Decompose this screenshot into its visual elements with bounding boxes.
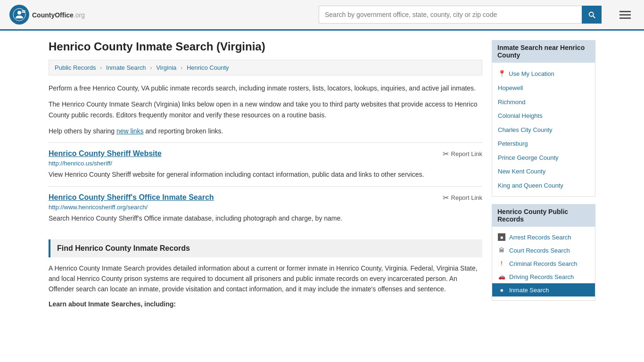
search-input[interactable] bbox=[319, 6, 582, 24]
result-header-2: Henrico County Sheriff's Office Inmate S… bbox=[49, 193, 482, 202]
driving-icon: 🚗 bbox=[498, 273, 505, 280]
driving-records-link[interactable]: 🚗 Driving Records Search bbox=[492, 270, 595, 283]
description-1: Perform a free Henrico County, VA public… bbox=[49, 83, 482, 93]
result-item-2: Henrico County Sheriff's Office Inmate S… bbox=[49, 186, 482, 230]
report-label-1: Report Link bbox=[451, 150, 482, 157]
result-url-2[interactable]: http://www.henricosheriff.org/search/ bbox=[49, 204, 482, 211]
search-button[interactable] bbox=[582, 6, 602, 24]
driving-records-label: Driving Records Search bbox=[509, 273, 574, 280]
menu-button[interactable] bbox=[616, 7, 635, 23]
learn-heading: Learn about Inmate Searches, including: bbox=[49, 300, 482, 308]
sidebar-link-petersburg[interactable]: Petersburg bbox=[492, 137, 595, 151]
find-text: A Henrico County Inmate Search provides … bbox=[49, 263, 482, 295]
desc3-suffix: and reporting broken links. bbox=[144, 127, 223, 135]
page-title: Henrico County Inmate Search (Virginia) bbox=[49, 40, 482, 53]
sidebar-link-charles-city[interactable]: Charles City County bbox=[492, 123, 595, 137]
find-section-heading: Find Henrico County Inmate Records bbox=[49, 239, 482, 257]
breadcrumb-sep-1: › bbox=[100, 64, 102, 71]
report-link-2[interactable]: ✂ Report Link bbox=[443, 193, 482, 202]
desc3-prefix: Help others by sharing bbox=[49, 127, 116, 135]
sidebar-link-richmond[interactable]: Richmond bbox=[492, 95, 595, 109]
header: CountyOffice.org bbox=[0, 0, 644, 31]
main-container: Henrico County Inmate Search (Virginia) … bbox=[39, 31, 605, 318]
criminal-records-label: Criminal Records Search bbox=[509, 260, 578, 267]
report-icon-1: ✂ bbox=[443, 149, 449, 158]
result-header-1: Henrico County Sheriff Website ✂ Report … bbox=[49, 149, 482, 158]
sidebar-link-prince-george[interactable]: Prince George County bbox=[492, 151, 595, 165]
arrest-icon: ■ bbox=[498, 233, 505, 241]
breadcrumb-virginia[interactable]: Virginia bbox=[156, 64, 176, 71]
records-content: ■ Arrest Records Search 🏛 Court Records … bbox=[492, 227, 595, 301]
inmate-search-link[interactable]: ■ Inmate Search bbox=[492, 283, 595, 296]
result-title-2[interactable]: Henrico County Sheriff's Office Inmate S… bbox=[49, 193, 214, 202]
sidebar-link-colonial-heights[interactable]: Colonial Heights bbox=[492, 109, 595, 123]
records-section: Henrico County Public Records ■ Arrest R… bbox=[492, 204, 595, 301]
location-icon: 📍 bbox=[498, 69, 506, 79]
find-heading: Find Henrico County Inmate Records bbox=[57, 244, 476, 253]
description-3: Help others by sharing new links and rep… bbox=[49, 126, 482, 136]
report-icon-2: ✂ bbox=[443, 193, 449, 202]
use-location-label: Use My Location bbox=[509, 69, 554, 79]
report-label-2: Report Link bbox=[451, 194, 482, 201]
sidebar-link-king-queen[interactable]: King and Queen County bbox=[492, 179, 595, 193]
arrest-records-link[interactable]: ■ Arrest Records Search bbox=[492, 230, 595, 244]
court-records-link[interactable]: 🏛 Court Records Search bbox=[492, 244, 595, 257]
result-url-1[interactable]: http://henrico.us/sheriff/ bbox=[49, 160, 482, 167]
arrest-records-label: Arrest Records Search bbox=[509, 234, 571, 241]
search-area bbox=[319, 6, 602, 24]
records-title: Henrico County Public Records bbox=[492, 204, 595, 227]
content-area: Henrico County Inmate Search (Virginia) … bbox=[49, 40, 482, 308]
inmate-icon: ■ bbox=[498, 286, 505, 294]
nearby-section: Inmate Search near Henrico County 📍 Use … bbox=[492, 40, 595, 197]
new-links-link[interactable]: new links bbox=[116, 127, 144, 135]
breadcrumb-inmate-search[interactable]: Inmate Search bbox=[106, 64, 146, 71]
breadcrumb-sep-3: › bbox=[181, 64, 182, 71]
breadcrumb-sep-2: › bbox=[150, 64, 152, 71]
description-2: The Henrico County Inmate Search (Virgin… bbox=[49, 99, 482, 120]
sidebar-link-new-kent[interactable]: New Kent County bbox=[492, 165, 595, 179]
sidebar: Inmate Search near Henrico County 📍 Use … bbox=[492, 40, 595, 308]
result-item-1: Henrico County Sheriff Website ✂ Report … bbox=[49, 142, 482, 186]
breadcrumb: Public Records › Inmate Search › Virgini… bbox=[49, 60, 482, 75]
svg-point-1 bbox=[17, 11, 21, 15]
breadcrumb-public-records[interactable]: Public Records bbox=[55, 64, 96, 71]
logo[interactable]: CountyOffice.org bbox=[9, 5, 85, 25]
use-my-location-link[interactable]: 📍 Use My Location bbox=[492, 66, 595, 81]
logo-wordmark: CountyOffice.org bbox=[32, 10, 85, 20]
result-title-1[interactable]: Henrico County Sheriff Website bbox=[49, 149, 162, 158]
inmate-search-label: Inmate Search bbox=[509, 287, 549, 294]
sidebar-link-hopewell[interactable]: Hopewell bbox=[492, 81, 595, 95]
court-icon: 🏛 bbox=[498, 247, 505, 254]
nearby-content: 📍 Use My Location Hopewell Richmond Colo… bbox=[492, 63, 595, 197]
breadcrumb-henrico-county[interactable]: Henrico County bbox=[187, 64, 229, 71]
court-records-label: Court Records Search bbox=[509, 247, 570, 254]
result-desc-1: View Henrico County Sheriff website for … bbox=[49, 170, 482, 180]
criminal-icon: ! bbox=[498, 260, 505, 267]
report-link-1[interactable]: ✂ Report Link bbox=[443, 149, 482, 158]
criminal-records-link[interactable]: ! Criminal Records Search bbox=[492, 257, 595, 270]
result-desc-2: Search Henrico County Sheriff's Office i… bbox=[49, 214, 482, 223]
logo-icon bbox=[9, 5, 29, 25]
nearby-title: Inmate Search near Henrico County bbox=[492, 40, 595, 63]
